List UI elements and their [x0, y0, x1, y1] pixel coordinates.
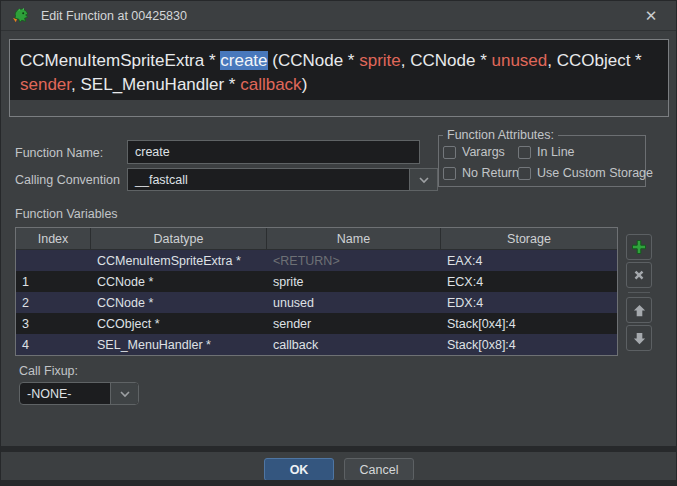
window-bottom-edge: [1, 480, 676, 485]
function-variables-table: IndexDatatypeNameStorage CCMenuItemSprit…: [15, 227, 618, 356]
cell-name[interactable]: callback: [267, 338, 441, 352]
table-row[interactable]: 3CCObject *senderStack[0x4]:4: [16, 313, 617, 334]
signature-segment-plain: , CCNode *: [401, 51, 492, 70]
signature-segment-param: sender: [20, 75, 71, 94]
status-strip: [1, 446, 676, 452]
plus-icon: [631, 239, 647, 255]
dialog-title: Edit Function at 00425830: [41, 9, 187, 23]
cell-name[interactable]: sprite: [267, 275, 441, 289]
signature-segment-plain: , SEL_MenuHandler *: [71, 75, 240, 94]
signature-segment-plain: ): [302, 75, 308, 94]
checkbox-box[interactable]: [443, 146, 456, 159]
function-name-value: create: [135, 145, 170, 159]
checkbox-label: In Line: [537, 145, 575, 159]
signature-segment-plain: , CCObject *: [547, 51, 641, 70]
move-down-button[interactable]: [626, 325, 652, 351]
cell-name[interactable]: <RETURN>: [267, 254, 441, 268]
column-header-name[interactable]: Name: [267, 228, 441, 249]
cell-storage[interactable]: Stack[0x4]:4: [441, 317, 617, 331]
ghidra-dragon-icon: [11, 6, 31, 26]
column-header-datatype[interactable]: Datatype: [91, 228, 267, 249]
cell-index[interactable]: 3: [16, 317, 91, 331]
signature-text[interactable]: CCMenuItemSpriteExtra * create (CCNode *…: [10, 40, 668, 100]
function-name-label: Function Name:: [15, 146, 103, 160]
arrow-down-icon: [632, 331, 647, 346]
cell-storage[interactable]: EDX:4: [441, 296, 617, 310]
cell-name[interactable]: sender: [267, 317, 441, 331]
cell-storage[interactable]: Stack[0x8]:4: [441, 338, 617, 352]
checkbox-label: No Return: [462, 166, 519, 180]
cell-datatype[interactable]: SEL_MenuHandler *: [91, 338, 267, 352]
table-header-row: IndexDatatypeNameStorage: [16, 228, 617, 250]
delete-x-icon: [632, 268, 646, 282]
checkbox-box[interactable]: [443, 167, 456, 180]
close-icon[interactable]: ✕: [636, 4, 666, 28]
move-up-button[interactable]: [626, 297, 652, 323]
signature-segment-plain: CCMenuItemSpriteExtra *: [20, 51, 220, 70]
column-header-index[interactable]: Index: [16, 228, 91, 249]
column-header-storage[interactable]: Storage: [441, 228, 617, 249]
add-variable-button[interactable]: [626, 234, 652, 260]
checkbox-no-return[interactable]: No Return: [443, 166, 518, 180]
title-bar[interactable]: Edit Function at 00425830 ✕: [1, 1, 676, 31]
function-attributes-title: Function Attributes:: [443, 128, 558, 142]
function-variables-label: Function Variables: [15, 207, 118, 221]
calling-convention-value: __fastcall: [135, 173, 188, 187]
signature-segment-selected: create: [220, 51, 267, 70]
signature-panel: CCMenuItemSpriteExtra * create (CCNode *…: [9, 39, 669, 117]
cell-index[interactable]: 1: [16, 275, 91, 289]
calling-convention-dropdown[interactable]: __fastcall: [127, 168, 438, 191]
cell-storage[interactable]: EAX:4: [441, 254, 617, 268]
checkbox-label: Use Custom Storage: [537, 166, 653, 180]
checkbox-varargs[interactable]: Varargs: [443, 145, 518, 159]
chevron-down-icon[interactable]: [409, 169, 437, 190]
edit-function-dialog: Edit Function at 00425830 ✕ CCMenuItemSp…: [0, 0, 677, 486]
table-row[interactable]: 4SEL_MenuHandler *callbackStack[0x8]:4: [16, 334, 617, 355]
cell-index[interactable]: 2: [16, 296, 91, 310]
cell-index[interactable]: 4: [16, 338, 91, 352]
ok-button[interactable]: OK: [264, 458, 334, 481]
checkbox-use-custom-storage[interactable]: Use Custom Storage: [518, 166, 653, 180]
signature-segment-param: unused: [491, 51, 547, 70]
button-divider: [628, 292, 650, 293]
checkbox-box[interactable]: [518, 146, 531, 159]
cell-datatype[interactable]: CCObject *: [91, 317, 267, 331]
chevron-down-icon[interactable]: [110, 383, 138, 404]
cell-datatype[interactable]: CCMenuItemSpriteExtra *: [91, 254, 267, 268]
table-row[interactable]: CCMenuItemSpriteExtra *<RETURN>EAX:4: [16, 250, 617, 271]
call-fixup-label: Call Fixup:: [19, 364, 78, 378]
signature-segment-plain: (CCNode *: [268, 51, 360, 70]
arrow-up-icon: [632, 303, 647, 318]
cancel-button[interactable]: Cancel: [344, 458, 414, 481]
table-row[interactable]: 1CCNode *spriteECX:4: [16, 271, 617, 292]
function-name-input[interactable]: create: [127, 140, 420, 164]
function-attributes-checkboxes: VarargsIn LineNo ReturnUse Custom Storag…: [443, 145, 643, 180]
table-row[interactable]: 2CCNode *unusedEDX:4: [16, 292, 617, 313]
cell-name[interactable]: unused: [267, 296, 441, 310]
cell-datatype[interactable]: CCNode *: [91, 275, 267, 289]
calling-convention-label: Calling Convention: [15, 173, 120, 187]
call-fixup-value: -NONE-: [27, 387, 71, 401]
delete-variable-button[interactable]: [626, 262, 652, 288]
call-fixup-dropdown[interactable]: -NONE-: [19, 382, 139, 405]
checkbox-label: Varargs: [462, 145, 505, 159]
checkbox-in-line[interactable]: In Line: [518, 145, 653, 159]
checkbox-box[interactable]: [518, 167, 531, 180]
signature-segment-param: sprite: [359, 51, 401, 70]
signature-segment-param: callback: [240, 75, 301, 94]
cell-storage[interactable]: ECX:4: [441, 275, 617, 289]
cell-datatype[interactable]: CCNode *: [91, 296, 267, 310]
